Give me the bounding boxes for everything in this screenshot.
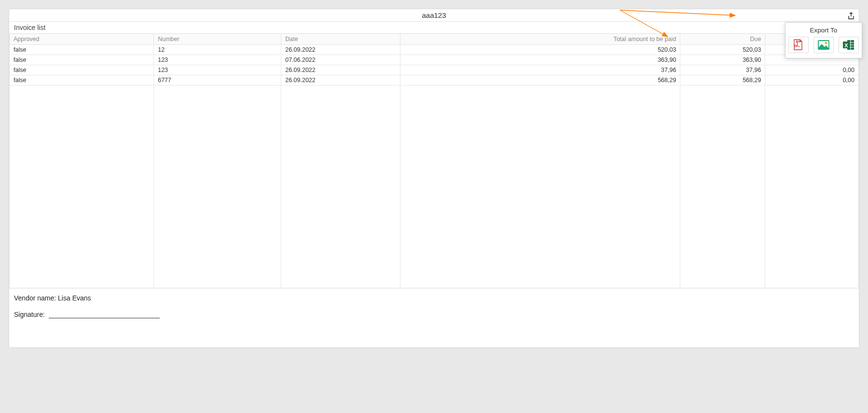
table-row[interactable]: false 123 26.09.2022 37,96 37,96 0,00	[10, 65, 859, 75]
title-bar: aaa123	[9, 9, 859, 22]
export-icon-row: PDF X	[785, 37, 862, 53]
invoice-table: Approved Number Date Total amount to be …	[9, 34, 859, 288]
cell-due: 520,03	[680, 44, 765, 55]
cell-approved: false	[10, 65, 154, 75]
report-panel: aaa123 Invoice list Approved Number Date…	[9, 9, 859, 348]
export-popup: Export To PDF	[785, 22, 862, 58]
cell-approved: false	[10, 44, 154, 55]
cell-last: 0,00	[765, 75, 859, 85]
cell-due: 568,29	[680, 75, 765, 85]
svg-text:PDF: PDF	[796, 40, 801, 43]
cell-number: 123	[154, 65, 281, 75]
cell-date: 26.09.2022	[281, 75, 400, 85]
excel-icon: X	[841, 38, 856, 52]
export-excel-button[interactable]: X	[839, 37, 859, 53]
signature-line: Signature:	[14, 311, 854, 318]
table-row[interactable]: false 6777 26.09.2022 568,29 568,29 0,00	[10, 75, 859, 85]
cell-number: 6777	[154, 75, 281, 85]
cell-approved: false	[10, 55, 154, 65]
svg-text:X: X	[844, 43, 848, 48]
cell-date: 07.06.2022	[281, 55, 400, 65]
vendor-name-line: Vendor name: Lisa Evans	[14, 294, 854, 302]
pdf-icon: PDF	[791, 38, 806, 52]
cell-due: 363,90	[680, 55, 765, 65]
table-empty-area	[10, 85, 859, 288]
export-icon	[847, 12, 855, 20]
col-due[interactable]: Due	[680, 34, 765, 44]
report-title: aaa123	[13, 11, 855, 19]
cell-number: 12	[154, 44, 281, 55]
col-approved[interactable]: Approved	[10, 34, 154, 44]
cell-total: 363,90	[400, 55, 680, 65]
image-icon	[816, 38, 831, 52]
svg-point-2	[825, 42, 827, 44]
col-number[interactable]: Number	[154, 34, 281, 44]
export-popup-title: Export To	[785, 23, 862, 37]
signature-label: Signature:	[14, 311, 45, 318]
cell-last: 0,00	[765, 65, 859, 75]
cell-approved: false	[10, 75, 154, 85]
table-header-row: Approved Number Date Total amount to be …	[10, 34, 859, 44]
cell-total: 520,03	[400, 44, 680, 55]
export-image-button[interactable]	[813, 37, 834, 53]
export-pdf-button[interactable]: PDF	[788, 37, 809, 53]
footer-block: Vendor name: Lisa Evans Signature:	[9, 288, 859, 347]
cell-date: 26.09.2022	[281, 44, 400, 55]
cell-total: 568,29	[400, 75, 680, 85]
export-button[interactable]	[846, 11, 856, 21]
cell-due: 37,96	[680, 65, 765, 75]
col-date[interactable]: Date	[281, 34, 400, 44]
cell-number: 123	[154, 55, 281, 65]
table-row[interactable]: false 123 07.06.2022 363,90 363,90	[10, 55, 859, 65]
cell-total: 37,96	[400, 65, 680, 75]
col-total-amount[interactable]: Total amount to be paid	[400, 34, 680, 44]
cell-date: 26.09.2022	[281, 65, 400, 75]
section-title: Invoice list	[9, 22, 859, 34]
table-row[interactable]: false 12 26.09.2022 520,03 520,03	[10, 44, 859, 55]
signature-underline	[49, 318, 160, 318]
